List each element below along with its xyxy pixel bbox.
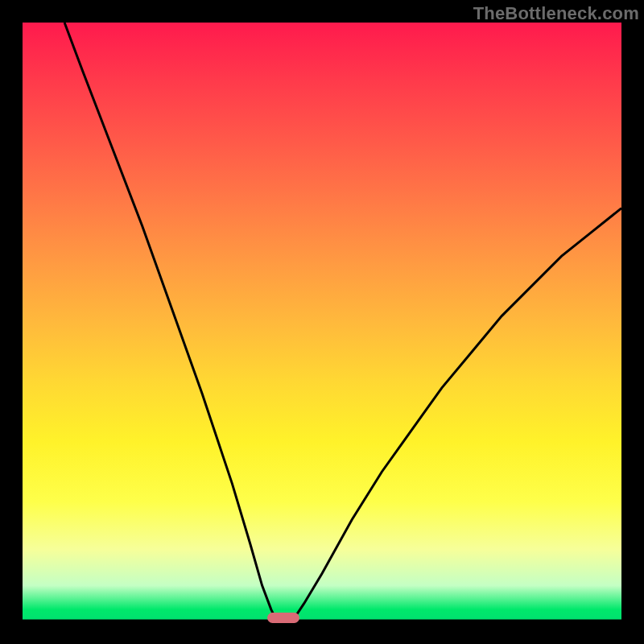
left-curve xyxy=(64,23,277,621)
bottleneck-marker xyxy=(267,613,299,623)
watermark-text: TheBottleneck.com xyxy=(473,3,639,24)
chart-svg xyxy=(23,23,621,621)
right-curve xyxy=(292,208,621,621)
